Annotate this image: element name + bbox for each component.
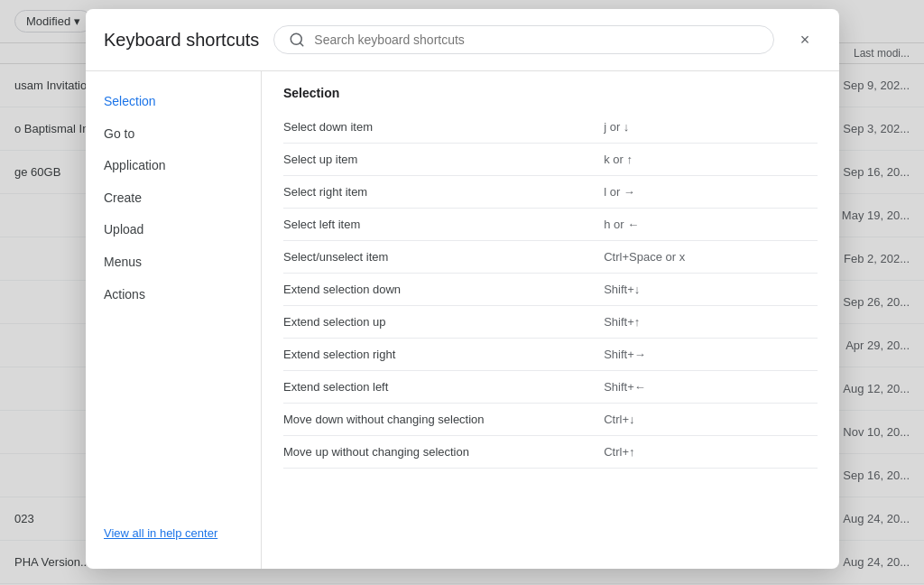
sidebar-item-actions[interactable]: Actions (86, 279, 261, 311)
shortcut-action: Select right item (283, 176, 604, 209)
shortcut-keys: h or ← (604, 209, 818, 241)
sidebar-item-selection[interactable]: Selection (86, 86, 261, 118)
shortcut-keys: Shift+↓ (604, 274, 818, 306)
search-container (273, 25, 774, 54)
shortcuts-content[interactable]: Selection Select down item j or ↓ Select… (262, 71, 839, 569)
sidebar-item-create[interactable]: Create (86, 182, 261, 215)
shortcut-keys: Shift+← (604, 371, 818, 404)
shortcut-action: Select/unselect item (283, 241, 604, 274)
shortcut-action: Extend selection left (283, 371, 604, 404)
shortcut-action: Select down item (283, 111, 604, 144)
dialog-body: SelectionGo toApplicationCreateUploadMen… (86, 71, 839, 569)
svg-line-1 (300, 42, 303, 45)
shortcut-action: Move up without changing selection (283, 436, 604, 469)
shortcut-keys: l or → (604, 176, 818, 209)
shortcut-keys: k or ↑ (604, 144, 818, 176)
shortcut-row: Extend selection up Shift+↑ (283, 306, 818, 339)
keyboard-shortcuts-dialog: Keyboard shortcuts × SelectionGo toAppli… (86, 9, 839, 569)
shortcut-row: Extend selection left Shift+← (283, 371, 818, 404)
shortcut-row: Select right item l or → (283, 176, 818, 209)
shortcuts-table: Select down item j or ↓ Select up item k… (283, 111, 818, 469)
shortcut-action: Move down without changing selection (283, 404, 604, 436)
shortcut-row: Select/unselect item Ctrl+Space or x (283, 241, 818, 274)
shortcut-keys: Ctrl+↑ (604, 436, 818, 469)
sidebar-footer: View all in help center (86, 511, 261, 554)
shortcut-keys: j or ↓ (604, 111, 818, 144)
shortcut-action: Extend selection right (283, 339, 604, 371)
shortcut-keys: Ctrl+↓ (604, 404, 818, 436)
search-icon (289, 32, 305, 48)
section-title: Selection (283, 86, 818, 104)
sidebar-item-upload[interactable]: Upload (86, 214, 261, 246)
shortcut-row: Select up item k or ↑ (283, 144, 818, 176)
search-input[interactable] (314, 32, 759, 47)
shortcut-row: Select down item j or ↓ (283, 111, 818, 144)
help-center-link[interactable]: View all in help center (104, 526, 217, 540)
shortcut-keys: Shift+↑ (604, 306, 818, 339)
shortcut-row: Select left item h or ← (283, 209, 818, 241)
sidebar-item-goto[interactable]: Go to (86, 118, 261, 151)
shortcut-action: Select up item (283, 144, 604, 176)
dialog-title: Keyboard shortcuts (104, 30, 259, 51)
shortcut-row: Extend selection right Shift+→ (283, 339, 818, 371)
shortcut-row: Extend selection down Shift+↓ (283, 274, 818, 306)
shortcut-action: Extend selection down (283, 274, 604, 306)
shortcut-row: Move up without changing selection Ctrl+… (283, 436, 818, 469)
sidebar-item-application[interactable]: Application (86, 150, 261, 182)
shortcut-row: Move down without changing selection Ctr… (283, 404, 818, 436)
shortcut-action: Extend selection up (283, 306, 604, 339)
shortcut-action: Select left item (283, 209, 604, 241)
sidebar-item-menus[interactable]: Menus (86, 246, 261, 279)
shortcut-keys: Ctrl+Space or x (604, 241, 818, 274)
close-button[interactable]: × (789, 23, 821, 56)
dialog-header: Keyboard shortcuts × (86, 9, 839, 71)
sidebar: SelectionGo toApplicationCreateUploadMen… (86, 71, 262, 569)
shortcut-keys: Shift+→ (604, 339, 818, 371)
